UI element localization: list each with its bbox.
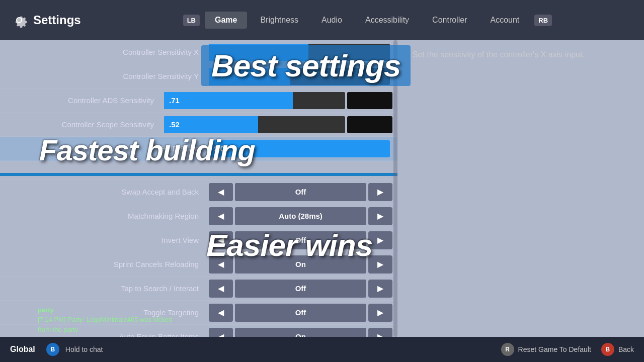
value-sprint: On xyxy=(235,255,366,274)
gear-icon xyxy=(10,11,28,29)
setting-control-scope: .52 xyxy=(164,116,392,133)
arrow-left-sprint[interactable]: ◀ xyxy=(209,255,233,274)
chat-log: party [7:14 PM] Party: LegoMinimale465 w… xyxy=(38,305,172,335)
nav-logo: Settings xyxy=(10,11,81,29)
setting-control-toggle: ◀ Off ▶ xyxy=(209,304,392,322)
nav-title: Settings xyxy=(33,13,81,27)
nav-tabs: LB Game Brightness Audio Accessibility C… xyxy=(101,12,634,29)
settings-list: Controller Sensitivity X Controller Sens… xyxy=(0,40,397,337)
value-tap: Off xyxy=(235,280,366,298)
slider-fill-sensitivity-x xyxy=(209,44,308,61)
global-label: Global xyxy=(10,345,35,354)
bottom-left: Global B Hold to chat xyxy=(10,343,103,356)
description-panel: Set the sensitivity of the controller's … xyxy=(397,40,644,337)
tab-audio[interactable]: Audio xyxy=(311,12,352,29)
table-row: Controller ADS Sensitivity .71 xyxy=(0,88,397,113)
arrow-right-invert[interactable]: ▶ xyxy=(368,231,392,249)
back-label: Back xyxy=(618,345,634,353)
setting-control-sprint: ◀ On ▶ xyxy=(209,255,392,274)
table-row: Controller Scope Sensitivity .52 xyxy=(0,113,397,137)
arrow-right-swap[interactable]: ▶ xyxy=(368,183,392,201)
main-content: Controller Sensitivity X Controller Sens… xyxy=(0,40,644,337)
slider-sensitivity-y[interactable] xyxy=(209,68,390,85)
left-bumper[interactable]: LB xyxy=(183,15,200,26)
slider-fill-ads: .71 xyxy=(164,92,293,109)
setting-label-ads: Controller ADS Sensitivity xyxy=(0,96,164,105)
setting-label-sensitivity-y: Controller Sensitivity Y xyxy=(0,72,209,80)
setting-control-sensitivity-y xyxy=(209,68,392,85)
right-bumper[interactable]: RB xyxy=(534,15,552,26)
table-row: Tap to Search / Interact ◀ Off ▶ xyxy=(0,277,397,301)
scrollbar-thumb[interactable] xyxy=(393,45,397,75)
hold-to-chat: Hold to chat xyxy=(65,345,103,353)
arrow-left-matchmaking[interactable]: ◀ xyxy=(209,207,233,225)
arrow-right-sprint[interactable]: ▶ xyxy=(368,255,392,274)
scrollbar-track[interactable] xyxy=(393,40,397,337)
slider-fill-sensitivity-y xyxy=(209,68,290,85)
setting-label-hud: HUD Scale xyxy=(0,144,209,153)
arrow-left-invert[interactable]: ◀ xyxy=(209,231,233,249)
setting-control-matchmaking: ◀ Auto (28ms) ▶ xyxy=(209,207,392,225)
back-button-icon: B xyxy=(601,343,614,356)
setting-control-autoequip: ◀ On ▶ xyxy=(209,328,392,337)
value-swap: Off xyxy=(235,183,366,201)
chat-button-icon: B xyxy=(46,343,59,356)
setting-control-ads: .71 xyxy=(164,92,392,109)
setting-label-sensitivity-x: Controller Sensitivity X xyxy=(0,48,209,56)
slider-hud[interactable]: 1.00 xyxy=(209,140,390,157)
arrow-right-tap[interactable]: ▶ xyxy=(368,280,392,298)
arrow-left-toggle[interactable]: ◀ xyxy=(209,304,233,322)
tab-game[interactable]: Game xyxy=(205,12,247,29)
slider-ads-right xyxy=(347,92,392,109)
value-invert: Off xyxy=(235,231,366,249)
value-matchmaking: Auto (28ms) xyxy=(235,207,366,225)
slider-sensitivity-x[interactable] xyxy=(209,44,390,61)
tab-controller[interactable]: Controller xyxy=(422,12,477,29)
value-toggle: Off xyxy=(235,304,366,322)
spacer-row xyxy=(0,161,397,180)
setting-control-tap: ◀ Off ▶ xyxy=(209,280,392,298)
setting-label-matchmaking: Matchmaking Region xyxy=(0,212,209,220)
setting-label-tap: Tap to Search / Interact xyxy=(0,284,209,293)
arrow-right-toggle[interactable]: ▶ xyxy=(368,304,392,322)
setting-control-invert: ◀ Off ▶ xyxy=(209,231,392,249)
bottom-bar: Global B Hold to chat R Reset Game To De… xyxy=(0,337,644,362)
chat-entry: [7:14 PM] Party: LegoMinimale465 was kic… xyxy=(38,315,172,325)
setting-control-hud: 1.00 xyxy=(209,140,392,157)
slider-scope[interactable]: .52 xyxy=(164,116,345,133)
slider-scope-right xyxy=(347,116,392,133)
arrow-right-autoequip[interactable]: ▶ xyxy=(368,328,392,337)
table-row: HUD Scale 1.00 xyxy=(0,137,397,161)
setting-label-sprint: Sprint Cancels Reloading xyxy=(0,260,209,268)
tab-accessibility[interactable]: Accessibility xyxy=(355,12,419,29)
reset-button-icon: R xyxy=(501,343,514,356)
back-action[interactable]: B Back xyxy=(601,343,634,356)
arrow-right-matchmaking[interactable]: ▶ xyxy=(368,207,392,225)
reset-action[interactable]: R Reset Game To Default xyxy=(501,343,591,356)
setting-label-swap: Swap Accept and Back xyxy=(0,188,209,196)
table-row: Controller Sensitivity Y xyxy=(0,64,397,88)
bottom-right: R Reset Game To Default B Back xyxy=(501,343,634,356)
chat-username: party xyxy=(38,305,172,315)
setting-label-scope: Controller Scope Sensitivity xyxy=(0,120,164,129)
description-text: Set the sensitivity of the controller's … xyxy=(413,50,629,59)
setting-label-invert: Invert View xyxy=(0,236,209,244)
setting-control-swap: ◀ Off ▶ xyxy=(209,183,392,201)
chat-sub: from the party xyxy=(38,325,172,335)
arrow-left-swap[interactable]: ◀ xyxy=(209,183,233,201)
tab-brightness[interactable]: Brightness xyxy=(250,12,308,29)
tab-account[interactable]: Account xyxy=(480,12,529,29)
arrow-left-autoequip[interactable]: ◀ xyxy=(209,328,233,337)
arrow-left-tap[interactable]: ◀ xyxy=(209,280,233,298)
reset-label: Reset Game To Default xyxy=(518,345,591,353)
table-row: Sprint Cancels Reloading ◀ On ▶ xyxy=(0,252,397,277)
slider-fill-scope: .52 xyxy=(164,116,258,133)
setting-control-sensitivity-x xyxy=(209,44,392,61)
table-row: Matchmaking Region ◀ Auto (28ms) ▶ xyxy=(0,204,397,228)
slider-ads[interactable]: .71 xyxy=(164,92,345,109)
value-autoequip: On xyxy=(235,328,366,337)
table-row: Swap Accept and Back ◀ Off ▶ xyxy=(0,180,397,204)
nav-bar: Settings LB Game Brightness Audio Access… xyxy=(0,0,644,40)
table-row: Controller Sensitivity X xyxy=(0,40,397,64)
divider-line xyxy=(0,173,397,176)
